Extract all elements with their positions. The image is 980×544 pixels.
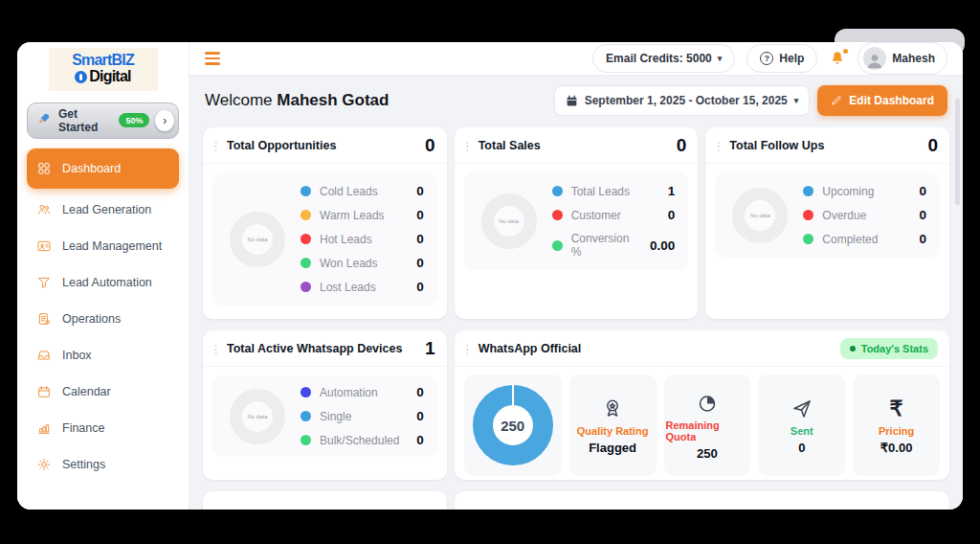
legend-dot	[301, 411, 311, 421]
pencil-icon	[831, 95, 842, 106]
sidebar-item-dashboard[interactable]: Dashboard	[27, 148, 179, 189]
donut-chart-empty: No data	[230, 212, 285, 267]
sidebar-item-operations[interactable]: Operations	[27, 301, 179, 337]
drag-handle-icon[interactable]: ⋮	[210, 140, 222, 152]
card-partial-right	[455, 491, 949, 510]
get-started-button[interactable]: Get Started 50% ›	[27, 102, 179, 139]
legend-dot	[803, 234, 813, 244]
dashboard-grid-icon	[36, 161, 52, 176]
sidebar-item-label: Lead Automation	[62, 276, 152, 289]
stat-value: ₹0.00	[880, 441, 913, 455]
chevron-right-icon[interactable]: ›	[155, 110, 174, 131]
sidebar-item-label: Lead Management	[62, 239, 162, 253]
edit-dashboard-button[interactable]: Edit Dashboard	[817, 85, 947, 116]
get-started-label: Get Started	[58, 107, 113, 134]
legend-item: Overdue0	[803, 208, 926, 222]
stat-tile-quality-rating: Quality Rating Flagged	[569, 374, 657, 476]
legend-dot	[552, 210, 563, 220]
green-ring-icon	[850, 346, 856, 351]
card-total-follow-ups: ⋮ Total Follow Ups 0 No data Upcoming0 O…	[705, 127, 949, 319]
scrollbar[interactable]	[955, 98, 961, 490]
card-total-opportunities: ⋮ Total Opportunities 0 No data Cold Lea…	[203, 127, 447, 319]
progress-badge: 50%	[119, 113, 149, 127]
logo-digital-text: Digital	[89, 69, 130, 85]
card-title: WhatsApp Official	[479, 342, 582, 355]
quota-donut-chart: 250	[473, 385, 553, 465]
caret-down-icon: ▾	[718, 54, 723, 63]
stat-tile-pricing: ₹ Pricing ₹0.00	[853, 374, 940, 476]
hamburger-menu-icon[interactable]	[205, 52, 220, 65]
calendar-icon	[36, 384, 52, 399]
legend-dot	[301, 435, 311, 445]
stat-label: Pricing	[879, 425, 914, 437]
legend-dot	[552, 240, 563, 251]
edit-dashboard-label: Edit Dashboard	[849, 94, 934, 107]
user-menu[interactable]: Mahesh	[858, 42, 947, 75]
email-credits-dropdown[interactable]: Email Credits: 5000 ▾	[592, 44, 735, 73]
stat-tile-remaining-quota: Remaining Quota 250	[664, 374, 751, 476]
sidebar-item-lead-management[interactable]: Lead Management	[27, 228, 179, 264]
topbar: Email Credits: 5000 ▾ ? Help Mahesh	[189, 42, 963, 76]
card-title: Total Follow Ups	[729, 139, 824, 152]
drag-handle-icon[interactable]: ⋮	[712, 140, 724, 152]
legend-item: Automation0	[301, 385, 424, 399]
help-label: Help	[779, 52, 804, 65]
no-data-label: No data	[247, 237, 267, 242]
logo-smartbiz-text: SmartBIZ	[53, 53, 154, 69]
welcome-user-name: Mahesh Gotad	[277, 91, 389, 109]
card-total-value: 0	[425, 135, 435, 156]
drag-handle-icon[interactable]: ⋮	[461, 140, 474, 152]
legend-item: Total Leads1	[552, 184, 676, 198]
drag-handle-icon[interactable]: ⋮	[210, 343, 222, 355]
legend-item: Warm Leads0	[301, 208, 424, 222]
page-title: Welcome Mahesh Gotad	[205, 91, 389, 110]
people-icon	[36, 202, 52, 217]
sidebar-item-settings[interactable]: Settings	[27, 446, 179, 483]
card-whatsapp-devices: ⋮ Total Active Whatsapp Devices 1 No dat…	[203, 330, 447, 480]
legend-dot	[301, 282, 311, 292]
legend-item: Conversion %0.00	[552, 232, 676, 259]
legend-item: Customer0	[552, 208, 676, 222]
sidebar-item-lead-automation[interactable]: Lead Automation	[27, 264, 179, 301]
sidebar-item-label: Dashboard	[62, 162, 121, 175]
quota-donut-value: 250	[501, 418, 524, 434]
date-range-picker[interactable]: September 1, 2025 - October 15, 2025 ▾	[554, 85, 811, 116]
card-total-value: 0	[677, 135, 687, 156]
sidebar-item-label: Finance	[62, 421, 104, 435]
card-whatsapp-official: ⋮ WhatsApp Official Today's Stats 250	[455, 330, 949, 480]
legend-dot	[803, 210, 813, 220]
app-window: SmartBIZ Digital Get Started 50% › Dashb…	[17, 42, 963, 510]
no-data-label: No data	[750, 213, 770, 218]
sidebar-item-finance[interactable]: Finance	[27, 410, 179, 446]
card-total-sales: ⋮ Total Sales 0 No data Total Leads1 Cus…	[455, 127, 699, 319]
legend-dot	[803, 186, 813, 196]
card-total-value: 0	[927, 135, 938, 156]
id-card-icon	[36, 238, 52, 254]
app-logo: SmartBIZ Digital	[49, 48, 158, 91]
legend-dot	[301, 186, 311, 196]
drag-handle-icon[interactable]: ⋮	[461, 343, 474, 355]
stat-label: Sent	[791, 425, 813, 437]
legend-dot	[301, 387, 311, 397]
sidebar-item-label: Calendar	[62, 385, 111, 398]
stat-label: Remaining Quota	[666, 419, 749, 442]
calendar-icon	[566, 95, 578, 107]
send-icon	[791, 397, 813, 421]
legend-item: Cold Leads0	[301, 184, 424, 198]
legend-dot	[301, 210, 311, 220]
sidebar-item-calendar[interactable]: Calendar	[27, 374, 179, 410]
legend-item: Single0	[301, 409, 424, 423]
scrollbar-thumb[interactable]	[955, 98, 960, 205]
gear-icon	[36, 457, 52, 472]
sidebar-item-inbox[interactable]: Inbox	[27, 337, 179, 374]
help-button[interactable]: ? Help	[746, 44, 817, 73]
legend: Automation0 Single0 Bulk/Scheduled0	[301, 385, 424, 447]
main-area: Email Credits: 5000 ▾ ? Help Mahesh	[189, 42, 963, 510]
todays-stats-badge: Today's Stats	[840, 338, 938, 359]
notification-bell-icon[interactable]	[829, 50, 846, 67]
sidebar-item-lead-generation[interactable]: Lead Generation	[27, 192, 179, 228]
legend: Upcoming0 Overdue0 Completed0	[803, 184, 926, 246]
rupee-icon: ₹	[890, 397, 903, 421]
card-title: Total Opportunities	[227, 139, 336, 152]
sidebar-item-label: Lead Generation	[62, 203, 151, 216]
